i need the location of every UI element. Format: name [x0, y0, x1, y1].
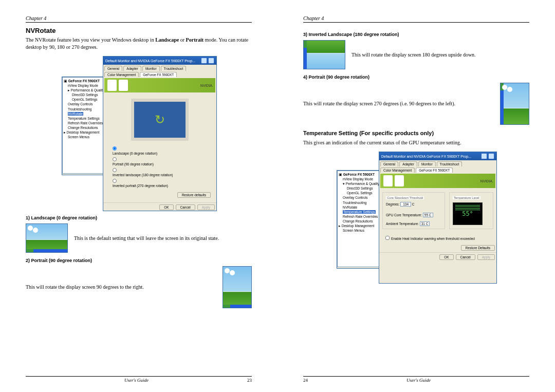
sub1-text: This is the default setting that will le… [74, 235, 252, 242]
page-23: Chapter 4 NVRotate The NVRotate feature … [0, 0, 278, 392]
chapter-header: Chapter 4 [26, 15, 252, 23]
restore-defaults-button: Restore Defaults [461, 245, 495, 251]
sub2-heading: 2) Portrait (90 degree rotation) [26, 258, 252, 263]
sub4-row: This will rotate the display screen 270 … [303, 83, 529, 125]
titlebar: Default Monitor and NVIDIA GeForce FX 59… [103, 57, 216, 65]
tab-row: General Adapter Monitor Troubleshoot Col… [103, 65, 216, 77]
page-number: 23 [247, 378, 252, 383]
thumb-landscape [26, 223, 68, 253]
sub1-heading: 1) Landscape (0 degree rotation) [26, 215, 252, 220]
chapter-header: Chapter 4 [303, 15, 529, 23]
gauge-reading: 55° [462, 210, 473, 217]
sub3-text: This will rotate the display screen 180 … [351, 51, 529, 59]
heat-indicator-checkbox [385, 236, 390, 240]
tab-geforce: GeForce FX 5900XT [140, 72, 177, 77]
nvidia-logo-icon: NVIDIA. [480, 179, 493, 183]
rotation-radios: Landscape (0 degree rotation) Portrait (… [107, 144, 212, 191]
heading-nvrotate: NVRotate [26, 27, 252, 34]
tab-row-temp: General Adapter Monitor Troubleshoot Col… [379, 160, 496, 173]
cancel-button: Cancel [176, 204, 195, 210]
footer: User's Guide 23 [26, 376, 252, 383]
apply-button: Apply [197, 204, 215, 210]
radio-inverted-landscape [113, 168, 117, 172]
monitor-illustration: ↻ [131, 99, 189, 141]
intro-text: The NVRotate feature lets you view your … [26, 36, 252, 51]
nvidia-banner: NVIDIA. [104, 78, 215, 92]
footer: 24 User's Guide [303, 376, 529, 383]
titlebar-temp: Default Monitor and NVIDIA GeForce FX 59… [379, 152, 496, 160]
core-slowdown-group: Core Slowdown Threshold Degrees: 134 C G… [382, 192, 445, 229]
thumb-inverted-landscape [303, 40, 345, 69]
properties-window-temp: Default Monitor and NVIDIA GeForce FX 59… [379, 152, 497, 284]
close-icon [208, 58, 214, 64]
degrees-value: 134 [400, 202, 411, 207]
footer-guide: User's Guide [406, 378, 431, 383]
temperature-screenshot: ▣ GeForce FX 5900XT nView Display Mode ▾… [337, 152, 496, 283]
tree-selected: NVRotate [68, 112, 83, 116]
thumb-portrait-left [500, 83, 529, 125]
sub2-text: This will rotate the display screen 90 d… [26, 284, 216, 291]
cancel-button: Cancel [456, 254, 475, 260]
gpu-temp-value: 55 C [423, 213, 433, 217]
temperature-gauge: 55° [453, 202, 483, 225]
sub3-heading: 3) Inverted Landscape (180 degree rotati… [303, 32, 529, 37]
nvidia-banner: NVIDIA. [380, 174, 495, 188]
sub2-row: This will rotate the display screen 90 d… [26, 266, 252, 308]
help-icon [201, 58, 207, 64]
window-buttons [481, 153, 494, 159]
nvidia-logo-icon: NVIDIA. [200, 84, 213, 87]
ok-button: OK [439, 254, 453, 260]
close-icon [488, 153, 494, 159]
radio-portrait90 [113, 157, 117, 161]
radio-landscape [113, 146, 117, 151]
ok-button: OK [159, 204, 173, 210]
temperature-intro: This gives an indication of the current … [303, 139, 529, 146]
restore-defaults-button: Restore defaults [177, 192, 211, 198]
sub4-heading: 4) Portrait (90 degree rotation) [303, 74, 529, 80]
temperature-level-group: Temperature Level 55° [449, 192, 493, 229]
page-number: 24 [303, 378, 308, 383]
tree-selected-temp: Temperature Settings [343, 210, 376, 214]
thumb-portrait [223, 266, 252, 308]
properties-window: Default Monitor and NVIDIA GeForce FX 59… [103, 56, 217, 211]
apply-button: Apply [477, 254, 495, 260]
sub1-row: This is the default setting that will le… [26, 223, 252, 253]
sub3-row: This will rotate the display screen 180 … [303, 40, 529, 69]
sub4-text: This will rotate the display screen 270 … [303, 100, 494, 107]
help-icon [481, 153, 487, 159]
radio-inverted-portrait [113, 179, 117, 183]
heading-temperature: Temperature Setting (For specific produc… [303, 130, 529, 136]
window-buttons [201, 58, 214, 64]
page-24: Chapter 4 3) Inverted Landscape (180 deg… [278, 0, 555, 392]
ambient-temp-value: 31 C [420, 221, 430, 226]
footer-guide: User's Guide [124, 378, 149, 383]
nvrotate-screenshot: ▣ GeForce FX 5900XT nView Display Mode ▸… [62, 56, 216, 210]
